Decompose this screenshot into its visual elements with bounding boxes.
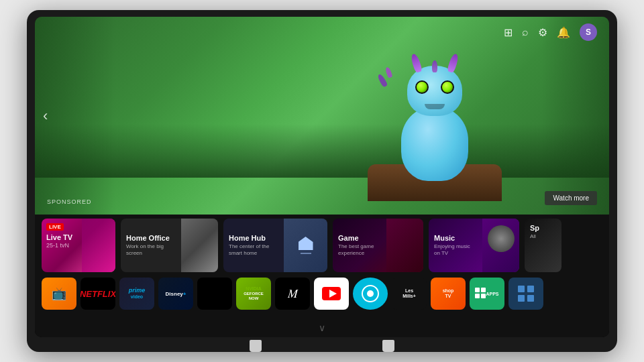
svg-rect-4 bbox=[518, 286, 525, 292]
svg-rect-7 bbox=[527, 295, 534, 302]
card-home-hub-image bbox=[284, 219, 327, 272]
card-game-desc: The best game experience bbox=[338, 243, 381, 257]
card-game[interactable]: Game The best game experience bbox=[333, 219, 423, 272]
card-game-content: Game The best game experience bbox=[333, 219, 386, 272]
notification-icon[interactable]: 🔔 bbox=[557, 26, 570, 39]
app-netflix[interactable]: NETFLIX bbox=[80, 278, 115, 310]
guide-icon[interactable]: ⊞ bbox=[504, 26, 513, 39]
settings-icon[interactable]: ⚙ bbox=[538, 26, 547, 39]
app-masterclass[interactable]: 𝑀 bbox=[275, 278, 310, 310]
card-home-hub-desc: The center of the smart home bbox=[229, 243, 278, 257]
svg-rect-6 bbox=[518, 295, 525, 302]
tv-stand bbox=[250, 337, 394, 352]
apps-row: 📺 NETFLIX prime video Disney+ bbox=[42, 276, 602, 311]
card-game-title: Game bbox=[338, 234, 381, 242]
app-prime[interactable]: prime video bbox=[119, 278, 154, 310]
watch-more-button[interactable]: Watch more bbox=[545, 191, 597, 205]
app-more[interactable] bbox=[508, 278, 543, 310]
card-game-image bbox=[386, 219, 423, 272]
bottom-section: LIVE Live TV 25-1 tvN Home Office Work o… bbox=[35, 215, 609, 337]
tv-frame: ⊞ ⌕ ⚙ 🔔 S bbox=[27, 10, 617, 352]
card-sp-desc: All bbox=[530, 233, 556, 240]
app-les-mills[interactable]: LesMills+ bbox=[392, 278, 427, 310]
card-home-office[interactable]: Home Office Work on the big screen bbox=[121, 219, 218, 272]
app-youtube[interactable] bbox=[314, 278, 349, 310]
dragon-figure bbox=[368, 54, 502, 201]
card-sp[interactable]: Sp All bbox=[525, 219, 561, 272]
app-sansar[interactable] bbox=[353, 278, 388, 310]
sponsored-badge: SPONSORED bbox=[47, 198, 92, 205]
card-music-content: Music Enjoying music on TV bbox=[429, 219, 482, 272]
card-home-hub-title: Home Hub bbox=[229, 234, 278, 242]
card-home-office-title: Home Office bbox=[126, 234, 176, 242]
card-live-tv[interactable]: LIVE Live TV 25-1 tvN bbox=[42, 219, 115, 272]
app-geforce-now[interactable]: NVIDIA GEFORCE NOW bbox=[236, 278, 271, 310]
card-home-office-image bbox=[181, 219, 218, 272]
stand-leg-left bbox=[250, 340, 262, 352]
app-shop-tv[interactable]: shopTV bbox=[431, 278, 466, 310]
svg-rect-5 bbox=[527, 286, 534, 292]
svg-point-3 bbox=[367, 290, 374, 297]
hero-left-arrow[interactable]: ‹ bbox=[43, 107, 48, 125]
card-home-hub[interactable]: Home Hub The center of the smart home bbox=[223, 219, 327, 272]
card-music-title: Music bbox=[434, 234, 477, 242]
card-music-desc: Enjoying music on TV bbox=[434, 243, 477, 257]
search-icon[interactable]: ⌕ bbox=[522, 26, 529, 38]
card-music[interactable]: Music Enjoying music on TV bbox=[429, 219, 519, 272]
card-music-image bbox=[482, 219, 519, 272]
card-sp-title: Sp bbox=[530, 224, 556, 232]
card-home-office-content: Home Office Work on the big screen bbox=[121, 219, 181, 272]
app-apple-tv[interactable] bbox=[197, 278, 232, 310]
app-apps-grid[interactable]: APPS bbox=[470, 278, 504, 310]
card-home-office-desc: Work on the big screen bbox=[126, 243, 176, 257]
user-avatar[interactable]: S bbox=[580, 23, 597, 41]
app-ch[interactable]: 📺 bbox=[42, 278, 76, 310]
card-home-hub-content: Home Hub The center of the smart home bbox=[223, 219, 284, 272]
stand-leg-right bbox=[382, 340, 394, 352]
app-disney[interactable]: Disney+ bbox=[158, 278, 193, 310]
cards-row: LIVE Live TV 25-1 tvN Home Office Work o… bbox=[42, 219, 602, 272]
forest-layer bbox=[35, 124, 609, 178]
live-badge: LIVE bbox=[46, 223, 64, 231]
scroll-indicator: ∨ bbox=[319, 322, 325, 333]
top-bar: ⊞ ⌕ ⚙ 🔔 S bbox=[492, 17, 609, 48]
tv-screen: ⊞ ⌕ ⚙ 🔔 S bbox=[35, 17, 609, 337]
